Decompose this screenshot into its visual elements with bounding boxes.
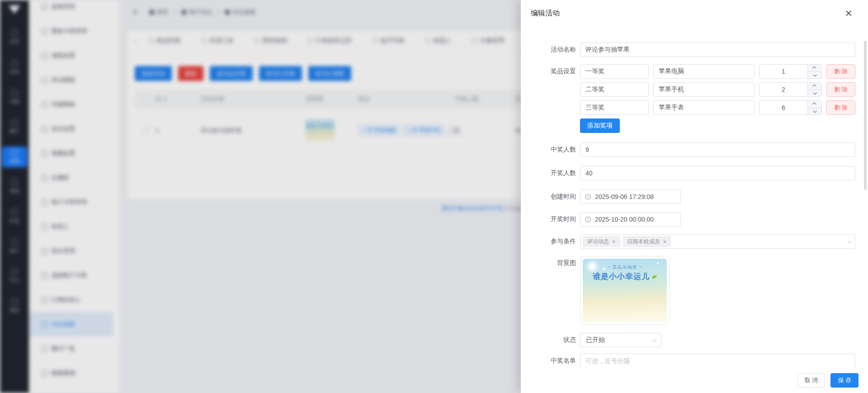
chevron-down-icon <box>847 239 852 243</box>
stepper-down-icon[interactable] <box>808 71 821 79</box>
drawer-footer: 取 消 保 存 <box>521 367 868 393</box>
stepper-up-icon[interactable] <box>808 65 821 71</box>
form-row-prize-1: 奖品设置 删 除 <box>531 64 855 79</box>
form-row-created-at: 创建时间 2025-09-06 17:29:08 <box>531 189 855 204</box>
cancel-button[interactable]: 取 消 <box>797 373 826 388</box>
stepper-up-icon[interactable] <box>808 101 821 108</box>
draw-at-datepicker[interactable]: 2025-10-20 00:00:00 <box>580 212 681 227</box>
prize-name-input[interactable] <box>653 100 755 115</box>
form-row-draw-at: 开奖时间 2025-10-20 00:00:00 <box>531 212 855 227</box>
delete-prize-button[interactable]: 删 除 <box>826 82 855 97</box>
sparkle-decoration <box>589 263 595 270</box>
condition-tag: 仅限本校成员× <box>623 236 671 247</box>
background-image-uploader[interactable]: ~ 瓜瓜乐抽奖 ~ 谁是小小幸运儿 <box>580 256 670 325</box>
remove-tag-icon[interactable]: × <box>663 238 667 245</box>
prize-tier-input[interactable] <box>580 100 649 115</box>
prize-count-stepper <box>759 82 822 97</box>
prize-count-input[interactable] <box>760 83 808 96</box>
drawer-body: 活动名称 奖品设置 删 除 <box>521 26 868 367</box>
winner-list-input[interactable] <box>580 354 855 367</box>
form-row-prize-3: 删 除 <box>531 100 855 115</box>
prize-name-input[interactable] <box>653 64 755 79</box>
chevron-down-icon <box>652 337 657 342</box>
form-row-conditions: 参与条件 评论动态× 仅限本校成员× <box>531 234 855 249</box>
winner-count-input[interactable] <box>580 142 855 157</box>
save-button[interactable]: 保 存 <box>830 373 859 388</box>
form-row-winner-list: 中奖名单 <box>531 354 855 367</box>
close-icon[interactable]: ✕ <box>844 9 853 18</box>
form-row-winner-count: 中奖人数 <box>531 142 855 157</box>
add-prize-button[interactable]: 添加奖项 <box>580 118 620 133</box>
form-row-add-prize: 添加奖项 <box>531 118 855 133</box>
status-select[interactable]: 已开始 <box>580 333 661 347</box>
background-image-preview: ~ 瓜瓜乐抽奖 ~ 谁是小小幸运儿 <box>583 259 667 322</box>
conditions-multiselect[interactable]: 评论动态× 仅限本校成员× <box>580 234 855 249</box>
clock-icon <box>585 194 591 200</box>
activity-name-input[interactable] <box>580 43 855 57</box>
prize-count-input[interactable] <box>760 101 808 114</box>
delete-prize-button[interactable]: 删 除 <box>826 100 855 115</box>
drawer-header: 编辑活动 ✕ <box>521 0 868 26</box>
remove-tag-icon[interactable]: × <box>612 238 616 245</box>
screen: 首页 动态 话题 圈子 运营 审核 外卖 设计 平台 系统 菜单管理 重发卡券管… <box>0 0 868 393</box>
form-row-status: 状态 已开始 <box>531 333 855 347</box>
condition-tag: 评论动态× <box>583 236 620 247</box>
drawer-title: 编辑活动 <box>531 9 560 18</box>
prize-tier-input[interactable] <box>580 64 649 79</box>
sparkle-decoration <box>657 262 659 264</box>
prize-count-input[interactable] <box>760 65 808 78</box>
form-row-activity-name: 活动名称 <box>531 43 855 57</box>
leaf-icon <box>651 274 657 279</box>
delete-prize-button[interactable]: 删 除 <box>826 64 855 79</box>
stepper-down-icon[interactable] <box>808 108 821 115</box>
prize-name-input[interactable] <box>653 82 755 97</box>
draw-count-input[interactable] <box>580 166 855 180</box>
clock-icon <box>585 216 591 223</box>
prize-count-stepper <box>759 64 822 79</box>
stepper-down-icon[interactable] <box>808 90 821 97</box>
prize-tier-input[interactable] <box>580 82 649 97</box>
prize-count-stepper <box>759 100 822 115</box>
drawer-scrollbar-thumb[interactable] <box>864 41 867 190</box>
sparkle-decoration <box>603 268 605 270</box>
stepper-up-icon[interactable] <box>808 83 821 90</box>
edit-activity-drawer: 编辑活动 ✕ 活动名称 奖品设置 删 除 <box>521 0 868 393</box>
created-at-datepicker[interactable]: 2025-09-06 17:29:08 <box>580 189 681 204</box>
form-row-prize-2: 删 除 <box>531 82 855 97</box>
form-row-draw-count: 开奖人数 <box>531 166 855 180</box>
form-row-background-image: 背景图 ~ 瓜瓜乐抽奖 ~ 谁是小小幸运儿 <box>531 256 855 325</box>
